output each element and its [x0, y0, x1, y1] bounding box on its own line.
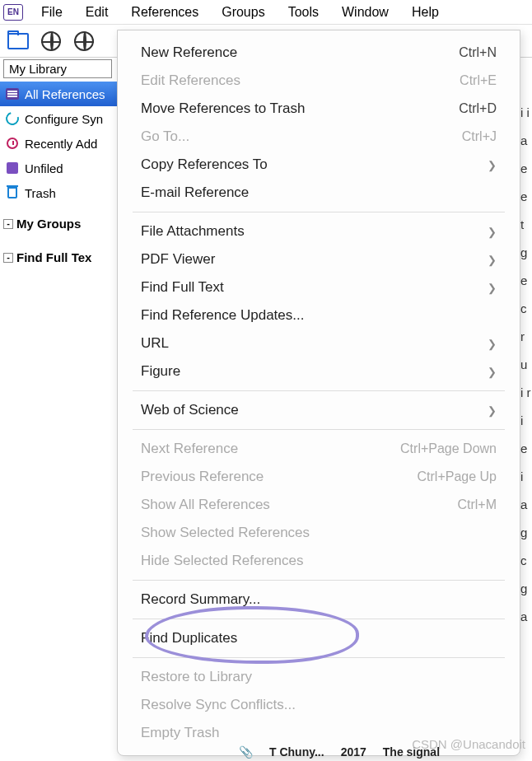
menu-item-label: PDF Viewer	[141, 251, 215, 268]
chevron-right-icon: ❯	[488, 282, 497, 294]
menu-item-show-selected-references: Show Selected References	[118, 519, 520, 547]
all-references-icon	[5, 86, 20, 101]
menu-separator	[133, 580, 505, 581]
menu-file[interactable]: File	[30, 2, 74, 23]
menu-item-label: Find Full Text	[141, 279, 224, 296]
sidebar-item-unfiled[interactable]: Unfiled	[0, 156, 117, 180]
expand-icon[interactable]: -	[3, 219, 13, 229]
sidebar-item-label: All References	[25, 87, 105, 101]
menu-item-label: Copy References To	[141, 156, 268, 173]
menu-shortcut: Ctrl+M	[457, 497, 497, 512]
menu-shortcut: Ctrl+D	[459, 101, 497, 116]
menu-edit[interactable]: Edit	[74, 2, 120, 23]
globe-icon	[74, 31, 94, 51]
menu-item-move-references-to-trash[interactable]: Move References to TrashCtrl+D	[118, 95, 520, 123]
globe-button-1[interactable]	[38, 29, 64, 54]
library-tab[interactable]: My Library	[3, 59, 112, 78]
chevron-right-icon: ❯	[488, 404, 497, 417]
menu-item-label: New Reference	[141, 44, 237, 61]
menu-item-url[interactable]: URL❯	[118, 329, 520, 357]
menu-item-label: Find Reference Updates...	[141, 307, 304, 324]
trash-icon	[5, 185, 20, 200]
watermark: CSDN @Unacandoit	[412, 737, 525, 751]
menu-separator	[133, 429, 505, 430]
menu-item-web-of-science[interactable]: Web of Science❯	[118, 396, 520, 424]
menu-item-label: Hide Selected References	[141, 553, 304, 569]
sidebar-group-my-groups[interactable]: - My Groups	[0, 212, 117, 236]
menu-item-find-full-text[interactable]: Find Full Text❯	[118, 273, 520, 301]
paperclip-icon: 📎	[239, 745, 253, 759]
background-text-strip: i i a e e t g e c r u i r i e i a g c g …	[520, 99, 532, 631]
menu-item-label: Resolve Sync Conflicts...	[141, 697, 296, 713]
folder-icon	[7, 33, 29, 49]
menu-item-go-to: Go To...Ctrl+J	[118, 123, 520, 151]
menu-separator	[133, 619, 505, 619]
sidebar-item-all-references[interactable]: All References	[0, 82, 117, 106]
menu-item-next-reference: Next ReferenceCtrl+Page Down	[118, 435, 520, 463]
menu-shortcut: Ctrl+Page Down	[400, 441, 497, 456]
menu-references[interactable]: References	[119, 2, 210, 23]
chevron-right-icon: ❯	[488, 226, 497, 238]
menu-item-record-summary[interactable]: Record Summary...	[118, 586, 520, 614]
menu-item-file-attachments[interactable]: File Attachments❯	[118, 217, 520, 245]
sidebar-item-label: Trash	[25, 186, 56, 200]
menu-item-label: Previous Reference	[141, 469, 264, 485]
bg-author: T Chuny...	[269, 745, 324, 759]
menu-item-label: Figure	[141, 363, 180, 380]
unfiled-icon	[5, 161, 20, 175]
menubar: EN File Edit References Groups Tools Win…	[0, 0, 532, 25]
menu-shortcut: Ctrl+N	[459, 45, 497, 60]
menu-tools[interactable]: Tools	[277, 2, 330, 23]
references-dropdown: New ReferenceCtrl+NEdit ReferencesCtrl+E…	[117, 30, 520, 756]
menu-item-find-duplicates[interactable]: Find Duplicates	[118, 624, 520, 652]
menu-groups[interactable]: Groups	[210, 2, 276, 23]
menu-item-edit-references: Edit ReferencesCtrl+E	[118, 67, 520, 95]
menu-item-label: Edit References	[141, 72, 240, 89]
menu-item-label: Go To...	[141, 128, 189, 145]
expand-icon[interactable]: -	[3, 253, 13, 263]
sidebar-group-label: Find Full Tex	[16, 250, 91, 264]
menu-item-label: Record Summary...	[141, 591, 260, 608]
sidebar-item-trash[interactable]: Trash	[0, 180, 117, 205]
folder-button[interactable]	[5, 29, 31, 54]
sidebar-item-configure-sync[interactable]: Configure Syn	[0, 106, 117, 131]
menu-item-label: Show All References	[141, 497, 270, 513]
sidebar-group-find-full-text[interactable]: - Find Full Tex	[0, 245, 117, 269]
menu-item-figure[interactable]: Figure❯	[118, 357, 520, 385]
sidebar-item-recently-added[interactable]: Recently Add	[0, 131, 117, 156]
menu-item-label: File Attachments	[141, 223, 245, 240]
menu-item-previous-reference: Previous ReferenceCtrl+Page Up	[118, 463, 520, 491]
menu-separator	[133, 390, 505, 391]
menu-help[interactable]: Help	[400, 2, 450, 23]
menu-shortcut: Ctrl+E	[460, 73, 497, 88]
menu-item-label: E-mail Reference	[141, 184, 249, 201]
menu-item-new-reference[interactable]: New ReferenceCtrl+N	[118, 39, 520, 67]
menu-window[interactable]: Window	[330, 2, 400, 23]
menu-item-find-reference-updates[interactable]: Find Reference Updates...	[118, 301, 520, 329]
menu-item-pdf-viewer[interactable]: PDF Viewer❯	[118, 245, 520, 273]
clock-icon	[5, 136, 20, 151]
app-icon: EN	[3, 4, 23, 21]
menu-item-resolve-sync-conflicts: Resolve Sync Conflicts...	[118, 691, 520, 719]
menu-item-restore-to-library: Restore to Library	[118, 663, 520, 691]
chevron-right-icon: ❯	[488, 159, 497, 171]
menu-shortcut: Ctrl+Page Up	[418, 469, 497, 484]
sidebar-item-label: Configure Syn	[25, 112, 103, 126]
menu-item-label: Find Duplicates	[141, 630, 237, 647]
menu-item-label: Web of Science	[141, 402, 239, 418]
menu-item-label: Move References to Trash	[141, 100, 305, 117]
menu-item-label: Restore to Library	[141, 669, 252, 685]
menu-item-label: Empty Trash	[141, 725, 219, 741]
menu-item-hide-selected-references: Hide Selected References	[118, 547, 520, 575]
bg-year: 2017	[341, 745, 366, 759]
menu-item-copy-references-to[interactable]: Copy References To❯	[118, 151, 520, 179]
menu-item-e-mail-reference[interactable]: E-mail Reference	[118, 179, 520, 207]
chevron-right-icon: ❯	[488, 366, 497, 378]
globe-button-2[interactable]	[71, 29, 97, 54]
chevron-right-icon: ❯	[488, 338, 497, 350]
menu-separator	[133, 657, 505, 658]
sidebar-item-label: Recently Add	[25, 137, 97, 151]
menu-item-show-all-references: Show All ReferencesCtrl+M	[118, 491, 520, 519]
menu-item-label: URL	[141, 335, 169, 352]
menu-item-label: Show Selected References	[141, 525, 310, 541]
